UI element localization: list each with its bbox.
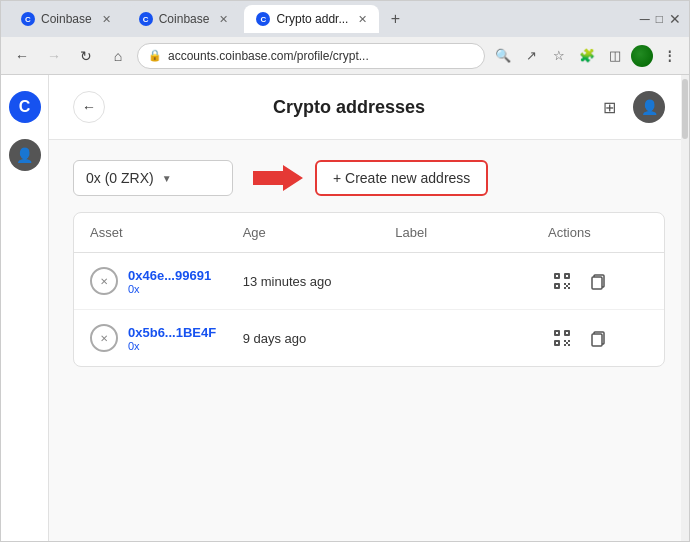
actions-cell-2 [548, 324, 648, 352]
tab-2[interactable]: C Coinbase ✕ [127, 5, 241, 33]
tab-3[interactable]: C Crypto addr... ✕ [244, 5, 379, 33]
share-icon-btn[interactable]: ↗ [519, 44, 543, 68]
svg-rect-6 [556, 285, 558, 287]
forward-button[interactable]: → [41, 43, 67, 69]
col-age: Age [243, 225, 396, 240]
address-bar[interactable]: 🔒 accounts.coinbase.com/profile/crypt... [137, 43, 485, 69]
svg-marker-0 [253, 165, 303, 191]
sidebar: C 👤 [1, 75, 49, 541]
svg-rect-7 [564, 283, 566, 285]
svg-rect-20 [564, 340, 566, 342]
svg-rect-22 [564, 344, 566, 346]
grid-view-button[interactable]: ⊞ [593, 91, 625, 123]
svg-rect-26 [592, 334, 602, 346]
tab-2-label: Coinbase [159, 12, 210, 26]
tab-1[interactable]: C Coinbase ✕ [9, 5, 123, 33]
extension-avatar[interactable] [631, 45, 653, 67]
table-row: 0x46e...99691 0x 13 minutes ago [74, 253, 664, 310]
tab-3-close[interactable]: ✕ [358, 13, 367, 26]
currency-dropdown[interactable]: 0x (0 ZRX) ▼ [73, 160, 233, 196]
url-text: accounts.coinbase.com/profile/crypt... [168, 49, 474, 63]
tab-3-icon: C [256, 12, 270, 26]
asset-icon-1 [90, 267, 118, 295]
svg-rect-23 [568, 344, 570, 346]
svg-rect-2 [556, 275, 558, 277]
dropdown-value: 0x (0 ZRX) [86, 170, 154, 186]
svg-rect-13 [592, 277, 602, 289]
header-right: ⊞ 👤 [593, 91, 665, 123]
asset-cell-2: 0x5b6...1BE4F 0x [90, 324, 243, 352]
main-content: ← Crypto addresses ⊞ 👤 0x (0 ZRX) ▼ [49, 75, 689, 541]
asset-sub-1: 0x [128, 283, 211, 295]
asset-sub-2: 0x [128, 340, 216, 352]
svg-rect-10 [568, 287, 570, 289]
copy-button-1[interactable] [584, 267, 612, 295]
asset-address-1[interactable]: 0x46e...99691 [128, 268, 211, 283]
puzzle-icon-btn[interactable]: 🧩 [575, 44, 599, 68]
red-arrow-icon [253, 163, 303, 193]
sidebar-logo[interactable]: C [9, 91, 41, 123]
col-actions: Actions [548, 225, 648, 240]
address-table: Asset Age Label Actions 0x46e...99691 0x [73, 212, 665, 367]
svg-rect-15 [556, 332, 558, 334]
age-cell-2: 9 days ago [243, 331, 396, 346]
asset-info-1: 0x46e...99691 0x [128, 268, 211, 295]
back-button[interactable]: ← [9, 43, 35, 69]
tab-2-close[interactable]: ✕ [219, 13, 228, 26]
create-btn-label: + Create new address [333, 170, 470, 186]
svg-rect-9 [564, 287, 566, 289]
col-label: Label [395, 225, 548, 240]
svg-rect-19 [556, 342, 558, 344]
dropdown-arrow-icon: ▼ [162, 173, 172, 184]
close-icon[interactable]: ✕ [669, 11, 681, 27]
browser-frame: C Coinbase ✕ C Coinbase ✕ C Crypto addr.… [0, 0, 690, 542]
controls-row: 0x (0 ZRX) ▼ + Create new address [73, 160, 665, 196]
tab-3-label: Crypto addr... [276, 12, 348, 26]
asset-icon-2 [90, 324, 118, 352]
asset-address-2[interactable]: 0x5b6...1BE4F [128, 325, 216, 340]
tab-1-close[interactable]: ✕ [102, 13, 111, 26]
svg-rect-21 [568, 340, 570, 342]
page-body: 0x (0 ZRX) ▼ + Create new address [49, 140, 689, 387]
asset-info-2: 0x5b6...1BE4F 0x [128, 325, 216, 352]
col-asset: Asset [90, 225, 243, 240]
page-title: Crypto addresses [273, 97, 425, 118]
new-tab-button[interactable]: + [383, 7, 407, 31]
table-header: Asset Age Label Actions [74, 213, 664, 253]
page-back-button[interactable]: ← [73, 91, 105, 123]
minimize-icon[interactable]: ─ [640, 11, 650, 27]
menu-icon-btn[interactable]: ⋮ [657, 44, 681, 68]
svg-rect-17 [566, 332, 568, 334]
reload-button[interactable]: ↻ [73, 43, 99, 69]
lock-icon: 🔒 [148, 49, 162, 62]
tab-1-icon: C [21, 12, 35, 26]
search-icon-btn[interactable]: 🔍 [491, 44, 515, 68]
maximize-icon[interactable]: □ [656, 12, 663, 26]
title-bar: C Coinbase ✕ C Coinbase ✕ C Crypto addr.… [1, 1, 689, 37]
nav-bar: ← → ↻ ⌂ 🔒 accounts.coinbase.com/profile/… [1, 37, 689, 75]
home-button[interactable]: ⌂ [105, 43, 131, 69]
copy-button-2[interactable] [584, 324, 612, 352]
scrollbar-thumb[interactable] [682, 79, 688, 139]
svg-rect-8 [568, 283, 570, 285]
scrollbar[interactable] [681, 75, 689, 541]
tab-1-label: Coinbase [41, 12, 92, 26]
nav-icons: 🔍 ↗ ☆ 🧩 ◫ ⋮ [491, 44, 681, 68]
bookmark-icon-btn[interactable]: ☆ [547, 44, 571, 68]
profile-icon-btn[interactable]: ◫ [603, 44, 627, 68]
svg-rect-4 [566, 275, 568, 277]
svg-rect-11 [566, 285, 568, 287]
create-new-address-button[interactable]: + Create new address [315, 160, 488, 196]
arrow-wrapper: + Create new address [253, 160, 488, 196]
age-cell-1: 13 minutes ago [243, 274, 396, 289]
qr-code-button-2[interactable] [548, 324, 576, 352]
page-header: ← Crypto addresses ⊞ 👤 [49, 75, 689, 140]
svg-rect-24 [566, 342, 568, 344]
browser-content: C 👤 ← Crypto addresses ⊞ 👤 0x (0 ZRX) [1, 75, 689, 541]
asset-cell-1: 0x46e...99691 0x [90, 267, 243, 295]
actions-cell-1 [548, 267, 648, 295]
qr-code-button-1[interactable] [548, 267, 576, 295]
table-row: 0x5b6...1BE4F 0x 9 days ago [74, 310, 664, 366]
header-avatar[interactable]: 👤 [633, 91, 665, 123]
sidebar-user-icon[interactable]: 👤 [9, 139, 41, 171]
